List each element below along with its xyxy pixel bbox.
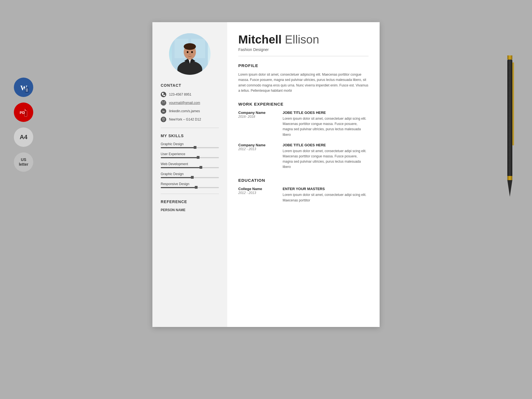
person-name: Mitchell Ellison	[238, 33, 369, 46]
last-name-text: Ellison	[285, 33, 319, 46]
contact-title: CONTACT	[161, 83, 219, 88]
skill-bar-fill-4	[161, 177, 193, 178]
work-dates-2: 2012 - 2013	[238, 147, 277, 151]
edu-dates-1: 2012 - 2013	[238, 191, 277, 195]
left-icons-panel: W PDF A4 USletter	[14, 78, 33, 172]
header-divider	[238, 56, 369, 56]
svg-point-19	[187, 51, 188, 53]
skill-name-2: User Experience	[161, 152, 219, 156]
resume-header: Mitchell Ellison Fashion Designer	[238, 33, 369, 56]
skill-name-3: Web Development	[161, 162, 219, 166]
skill-bar-fill-1	[161, 147, 196, 148]
skill-bar-fill-2	[161, 157, 199, 158]
svg-point-20	[191, 51, 193, 53]
profile-title: PROFILE	[238, 63, 369, 68]
skill-item-2: User Experience	[161, 152, 219, 158]
education-title: EDUCATION	[238, 178, 369, 183]
svg-point-24	[163, 119, 164, 119]
skill-bar-fill-3	[161, 167, 201, 168]
college-1: College Name	[238, 187, 277, 191]
skill-bar-bg-1	[161, 147, 219, 148]
divider-1	[161, 128, 219, 128]
us-letter-icon[interactable]: USletter	[14, 152, 33, 172]
job-title-2: JOBE TITLE GOES HERE	[283, 143, 369, 147]
company-2: Company Name	[238, 143, 277, 147]
work-left-2: Company Name 2012 - 2013	[238, 143, 277, 170]
us-label: USletter	[19, 157, 28, 167]
a4-label: A4	[20, 134, 27, 141]
a4-icon[interactable]: A4	[14, 127, 33, 147]
skill-item-5: Responsive Design	[161, 182, 219, 188]
reference-title: REFERENCE	[161, 200, 219, 204]
edu-left-1: College Name 2012 - 2013	[238, 187, 277, 203]
svg-text:in: in	[162, 110, 165, 113]
skill-name-1: Graphic Design	[161, 142, 219, 146]
work-right-1: JOBE TITLE GOES HERE Lorem ipsum dolor s…	[283, 111, 369, 137]
profile-photo-container	[161, 33, 219, 75]
pen-clip	[512, 62, 514, 145]
skill-item-4: Graphic Design	[161, 172, 219, 178]
email-address: yourmail@gmail.com	[169, 101, 200, 105]
email-icon	[161, 100, 166, 106]
pdf-icon[interactable]: PDF	[14, 103, 33, 122]
pen-gold-top	[507, 55, 512, 60]
profile-photo	[169, 33, 211, 75]
pen-tip	[507, 180, 512, 197]
job-title-1: JOBE TITLE GOES HERE	[283, 111, 369, 115]
phone-number: 123-4567 8951	[169, 93, 191, 96]
reference-person: PERSON NAME	[161, 208, 219, 212]
work-title: WORK EXPERIENCE	[238, 102, 369, 106]
reference-section: REFERENCE PERSON NAME	[161, 200, 219, 212]
linkedin-icon: in	[161, 108, 166, 114]
work-entry-1: Company Name 2016- 2018 JOBE TITLE GOES …	[238, 111, 369, 137]
resume-document: CONTACT 123-4567 8951 yourmail@gmail.com	[152, 22, 380, 327]
pen-decoration	[504, 55, 515, 200]
work-experience-section: WORK EXPERIENCE Company Name 2016- 2018 …	[238, 102, 369, 170]
contact-email: yourmail@gmail.com	[161, 100, 219, 106]
skill-bar-fill-5	[161, 187, 197, 188]
edu-desc-1: Lorem ipsum dolor sit amet, consectetuer…	[283, 192, 369, 203]
skill-bar-bg-4	[161, 177, 219, 178]
contact-location: NewYork – G142 D12	[161, 117, 219, 122]
work-desc-1: Lorem ipsum dolor sit amet, consectetuer…	[283, 116, 369, 137]
profile-section: PROFILE Lorem ipsum dolor sit amet, cons…	[238, 63, 369, 93]
linkedin-url: linkedin.com/s.james	[169, 109, 200, 113]
work-right-2: JOBE TITLE GOES HERE Lorem ipsum dolor s…	[283, 143, 369, 170]
divider-2	[161, 194, 219, 194]
skills-section: MY SKILLS Graphic Design User Experience…	[161, 134, 219, 188]
resume-main-content: Mitchell Ellison Fashion Designer PROFIL…	[227, 22, 380, 327]
word-icon-svg: W	[18, 81, 29, 93]
word-icon[interactable]: W	[14, 78, 33, 97]
pen-gold-bottom	[507, 176, 512, 180]
degree-1: ENTER YOUR MASTERS	[283, 187, 369, 191]
skills-title: MY SKILLS	[161, 134, 219, 138]
phone-icon	[161, 92, 166, 97]
contact-phone: 123-4567 8951	[161, 92, 219, 97]
skill-item-3: Web Development	[161, 162, 219, 168]
first-name: Mitchell	[238, 33, 282, 46]
skill-name-5: Responsive Design	[161, 182, 219, 186]
skill-bar-bg-2	[161, 157, 219, 158]
svg-point-18	[184, 43, 196, 50]
skill-bar-bg-5	[161, 187, 219, 188]
profile-avatar-svg	[172, 33, 208, 75]
education-section: EDUCATION College Name 2012 - 2013 ENTER…	[238, 178, 369, 203]
contact-section: CONTACT 123-4567 8951 yourmail@gmail.com	[161, 83, 219, 122]
company-1: Company Name	[238, 111, 277, 115]
work-desc-2: Lorem ipsum dolor sit amet, consectetuer…	[283, 149, 369, 170]
profile-text: Lorem ipsum dolor sit amet, consectetuer…	[238, 72, 369, 93]
edu-entry-1: College Name 2012 - 2013 ENTER YOUR MAST…	[238, 187, 369, 203]
resume-sidebar: CONTACT 123-4567 8951 yourmail@gmail.com	[152, 22, 227, 327]
location-icon	[161, 117, 166, 122]
pdf-icon-svg: PDF	[18, 106, 29, 118]
skill-item-1: Graphic Design	[161, 142, 219, 148]
person-title: Fashion Designer	[238, 47, 369, 52]
work-left-1: Company Name 2016- 2018	[238, 111, 277, 137]
pen-body	[507, 60, 512, 176]
work-dates-1: 2016- 2018	[238, 115, 277, 119]
skill-name-4: Graphic Design	[161, 172, 219, 176]
edu-right-1: ENTER YOUR MASTERS Lorem ipsum dolor sit…	[283, 187, 369, 203]
contact-linkedin: in linkedin.com/s.james	[161, 108, 219, 114]
work-entry-2: Company Name 2012 - 2013 JOBE TITLE GOES…	[238, 143, 369, 170]
skill-bar-bg-3	[161, 167, 219, 168]
